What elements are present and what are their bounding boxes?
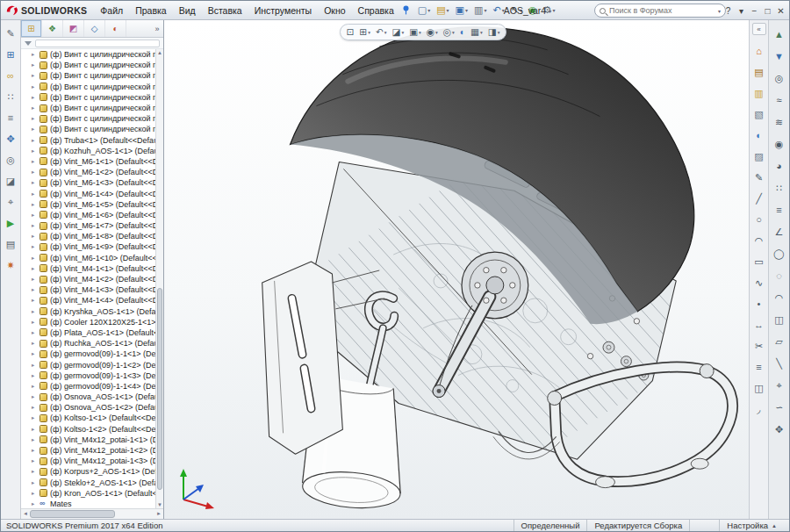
mirror-entities-button[interactable]: ◫ [751,381,766,395]
sketch-fillet-button[interactable]: ◞ [751,402,766,416]
axis-button[interactable]: ╲ [772,356,786,370]
expand-arrow-icon[interactable] [32,222,37,229]
menu-item[interactable]: Инструменты [248,3,318,18]
new-motion-study-button[interactable]: ▶ [4,216,18,230]
hide-show-items-button[interactable]: ◎ ▾ [442,27,456,37]
tree-item[interactable]: (ф) Винт с цилиндрической голо [21,70,155,81]
expand-arrow-icon[interactable] [32,158,37,165]
file-explorer-tab[interactable]: ▥ [751,86,766,100]
tree-item[interactable]: (ф) Vint_M4-1<4> (Default<<Defa [21,295,155,306]
menu-item[interactable]: Правка [129,3,172,18]
rib-button[interactable]: ≡ [772,203,786,217]
tree-item[interactable]: (ф) germovod(09)-1-1<1> (Defau [21,349,155,359]
expand-arrow-icon[interactable] [32,104,37,111]
tree-item[interactable]: (ф) Vint_M6-1<7> (Default<<Defa [21,220,155,231]
propertymanager-tab[interactable]: ❖ [42,20,63,37]
custom-properties-tab[interactable]: ▨ [751,149,766,163]
shell-button[interactable]: ◯ [772,247,786,261]
expand-arrow-icon[interactable] [32,137,37,144]
tree-item[interactable]: (ф) Vint_M6-1<4> (Default<<Defa [21,188,155,198]
tree-vertical-scrollbar[interactable] [155,49,163,508]
reference-geometry-button[interactable]: ⌖ [4,195,18,209]
swept-boss-button[interactable]: ≈ [772,93,786,107]
tree-item[interactable]: (ф) Винт с цилиндрической голо [21,124,155,134]
expand-arrow-icon[interactable] [32,51,37,58]
expand-arrow-icon[interactable] [32,169,37,176]
menu-item[interactable]: Окно [318,3,351,18]
expand-arrow-icon[interactable] [32,393,37,400]
expand-arrow-icon[interactable] [32,404,37,411]
section-view-button[interactable]: ◪ ▾ [391,27,406,37]
expand-arrow-icon[interactable] [32,383,37,390]
tree-item[interactable]: (ф) Vint_M6-1<1> (Default<<Defa [21,156,155,167]
tree-item[interactable]: (ф) Vint_M6-1<8> (Default<<Defa [21,231,155,241]
tree-item[interactable]: (ф) Винт с цилиндрической голо [21,49,155,60]
expand-arrow-icon[interactable] [32,308,37,315]
hole-wizard-button[interactable]: ◉ [772,137,786,151]
dome-button[interactable]: ◠ [772,291,786,305]
collapse-panel-button[interactable]: « [752,23,766,35]
fillet-feature-button[interactable]: ◕ [772,159,786,173]
tree-item[interactable]: (ф) Vint_M4x12_potai-1<3> (Def [21,456,155,466]
expand-arrow-icon[interactable] [32,94,37,101]
close-button[interactable]: ✕ [774,3,787,18]
expand-arrow-icon[interactable] [32,350,37,357]
tree-item[interactable]: (ф) Vint_M4x12_potai-1<2> (Defa [21,445,155,456]
view-settings-button[interactable]: ◨ ▾ [486,27,501,37]
expand-arrow-icon[interactable] [32,468,37,475]
expand-arrow-icon[interactable] [32,179,37,186]
tree-item[interactable]: (ф) Vint_M6-1<5> (Default<<Defa [21,199,155,210]
extruded-boss-button[interactable]: ▲ [772,27,786,41]
expand-arrow-icon[interactable] [32,201,37,208]
lofted-boss-button[interactable]: ≋ [772,115,786,129]
reference-plane-button[interactable]: ▱ [772,334,786,349]
coordinate-system-button[interactable]: ⌖ [772,378,786,392]
expand-arrow-icon[interactable] [32,72,37,79]
tree-item[interactable]: (ф) Kron_AOS-1<1> (Default<<D [21,488,155,499]
expand-arrow-icon[interactable] [32,61,37,68]
sketch-button[interactable]: ✎ [751,170,766,184]
offset-entities-button[interactable]: ≡ [751,360,766,374]
assembly-features-button[interactable]: ◪ [4,174,18,188]
expand-arrow-icon[interactable] [32,414,37,421]
circle-tool-button[interactable]: ○ [751,212,766,226]
revolved-boss-button[interactable]: ◎ [772,71,786,85]
help-caret-button[interactable]: ▾ [735,3,748,18]
filter-funnel-icon[interactable] [25,41,32,46]
previous-view-button[interactable]: ↶ ▾ [374,27,388,37]
expand-arrow-icon[interactable] [32,319,37,326]
view-orientation-button[interactable]: ▣ ▾ [408,27,423,37]
expand-arrow-icon[interactable] [32,490,37,497]
wrap-button[interactable]: ◌ [772,269,786,283]
tree-item[interactable]: (ф) Steklo+2_AOS-1<1> (Default< [21,478,155,488]
expand-arrow-icon[interactable] [32,147,37,155]
extruded-cut-button[interactable]: ▼ [772,49,786,63]
rectangle-tool-button[interactable]: ▭ [751,255,766,269]
open-document-button[interactable]: ▤ ▾ [434,4,451,16]
expand-arrow-icon[interactable] [32,276,37,283]
move-component-button[interactable]: ✥ [4,132,18,146]
tree-item[interactable]: (ф) Kozhuh_AOS-1<1> (Default<< [21,146,155,156]
tree-item[interactable]: (ф) Truba<1> (Default<<Defaul [21,135,155,146]
expand-arrow-icon[interactable] [32,436,37,443]
smart-dimension-button[interactable]: ↔ [751,318,766,332]
tree-item[interactable]: (ф) Osnova_AOS-1<1> (Default< [21,392,155,402]
show-hidden-components-button[interactable]: ◎ [4,153,18,167]
menu-item[interactable]: Справка [352,3,400,18]
save-button[interactable]: ▣ ▾ [453,4,470,16]
expand-arrow-icon[interactable] [32,286,37,293]
tree-item[interactable]: (ф) Koltso-1<1> (Default<<Defaul [21,413,155,423]
tree-item[interactable]: (ф) Vint_M4x12_potai-1<1> (Defa [21,435,155,445]
point-tool-button[interactable]: • [751,297,766,311]
panel-tabs-overflow-button[interactable]: » [151,20,163,37]
display-style-button[interactable]: ◉ ▾ [425,27,439,37]
tree-item[interactable]: (ф) Vint_M6-1<2> (Default<<Defa [21,167,155,177]
view-palette-tab[interactable]: ▧ [751,107,766,121]
tree-item[interactable]: (ф) Винт с цилиндрической голо [21,103,155,113]
help-button[interactable]: ? [722,3,735,18]
mirror-feature-button[interactable]: ◫ [772,313,786,327]
customize-button[interactable]: Настройка ▲ [719,520,784,531]
expand-arrow-icon[interactable] [32,126,37,133]
scrollbar-thumb[interactable] [157,288,162,490]
spline-tool-button[interactable]: ∿ [751,276,766,290]
